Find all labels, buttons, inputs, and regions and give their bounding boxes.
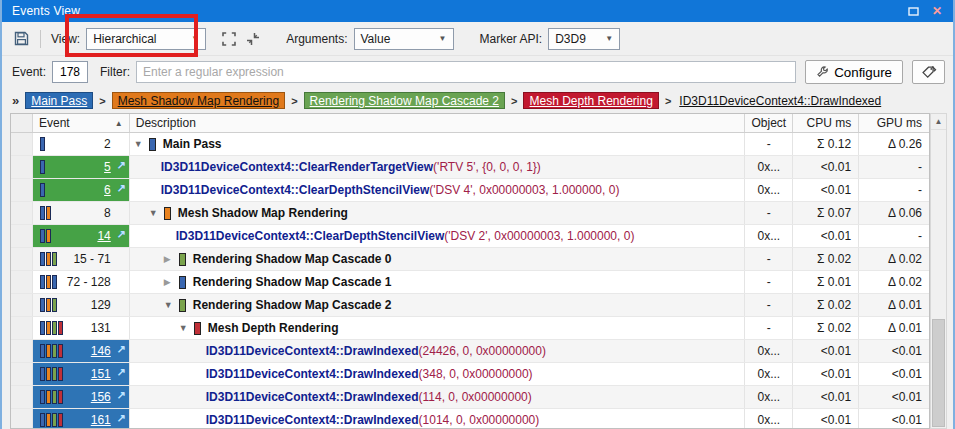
group-label: Rendering Shadow Map Cascade 1 [193,275,392,289]
event-number-input[interactable] [52,61,88,83]
event-link[interactable]: 146 [91,344,111,358]
column-header-description[interactable]: Description [130,114,746,132]
table-row[interactable]: 8▼Mesh Shadow Map Rendering-Σ 0.07Δ 0.06 [11,202,929,225]
api-call-name: ID3D11DeviceContext4::ClearRenderTargetV… [161,160,433,174]
expand-row-icon[interactable]: ▶ [164,254,177,264]
collapse-row-icon[interactable]: ▼ [179,323,192,333]
close-icon: ✕ [932,4,942,18]
collapse-row-icon[interactable]: ▼ [134,139,147,149]
event-cell[interactable]: 131 [33,317,130,339]
view-label: View: [51,32,80,46]
event-link[interactable]: 14 [97,229,110,243]
vertical-scrollbar[interactable]: ▲ [930,113,947,429]
table-row[interactable]: 6↗ID3D11DeviceContext4::ClearDepthStenci… [11,179,929,202]
range-marker-blue-icon [149,138,156,151]
description-cell: ID3D11DeviceContext4::DrawIndexed(348, 0… [130,363,746,385]
table-body: 2▼Main Pass-Σ 0.12Δ 0.265↗ID3D11DeviceCo… [11,133,929,429]
event-link[interactable]: 5 [104,160,111,174]
group-label: Rendering Shadow Map Cascade 2 [193,298,392,312]
breadcrumb-expand-icon[interactable]: » [12,93,19,108]
gpu-ms-cell: <0.01 [859,340,929,362]
scrollbar-thumb[interactable] [932,319,945,427]
row-gutter [11,294,33,316]
range-marker-orange-icon [164,207,171,220]
goto-event-icon: ↗ [117,182,126,195]
filter-input[interactable] [136,61,796,83]
cpu-ms-cell: <0.01 [793,409,859,429]
event-link[interactable]: 161 [91,413,111,427]
color-bar-orange-icon [46,275,51,289]
event-cell[interactable]: 161↗ [33,409,130,429]
breadcrumb-item[interactable]: Main Pass [25,92,93,109]
scroll-up-arrow-icon[interactable]: ▲ [931,114,946,130]
table-row[interactable]: 15 - 71▶Rendering Shadow Map Cascade 0-Σ… [11,248,929,271]
description-cell: ▶Rendering Shadow Map Cascade 1 [130,271,746,293]
color-bar-orange-icon [46,298,51,312]
save-button[interactable] [10,28,32,50]
table-row[interactable]: 14↗ID3D11DeviceContext4::ClearDepthStenc… [11,225,929,248]
breadcrumb-separator-icon: > [665,95,671,107]
event-color-bars-icon [40,160,45,174]
event-cell[interactable]: 129 [33,294,130,316]
close-button[interactable]: ✕ [927,3,947,19]
collapse-row-icon[interactable]: ▼ [149,208,162,218]
view-mode-select[interactable]: Hierarchical ▼ [86,28,206,50]
event-cell[interactable]: 156↗ [33,386,130,408]
breadcrumb-item[interactable]: Mesh Depth Rendering [523,92,658,109]
event-cell[interactable]: 5↗ [33,156,130,178]
event-cell[interactable]: 6↗ [33,179,130,201]
event-color-bars-icon [40,206,51,220]
event-cell[interactable]: 72 - 128 [33,271,130,293]
configure-button[interactable]: Configure [805,60,903,84]
api-call-arguments: ('DSV 4', 0x00000003, 1.000000, 0) [429,183,619,197]
expand-all-button[interactable] [218,28,240,50]
collapse-row-icon[interactable]: ▼ [164,300,177,310]
object-cell: 0x... [745,156,793,178]
object-cell: 0x... [745,386,793,408]
table-row[interactable]: 161↗ID3D11DeviceContext4::DrawIndexed(10… [11,409,929,429]
table-row[interactable]: 131▼Mesh Depth Rendering-Σ 0.02Δ 0.01 [11,317,929,340]
column-header-cpu[interactable]: CPU ms [793,114,859,132]
table-row[interactable]: 129▼Rendering Shadow Map Cascade 2-Σ 0.0… [11,294,929,317]
event-link[interactable]: 6 [104,183,111,197]
event-cell[interactable]: 151↗ [33,363,130,385]
event-number: 129 [91,298,111,312]
api-call-name: ID3D11DeviceContext4::DrawIndexed [206,413,419,427]
maximize-button[interactable] [903,3,923,19]
table-row[interactable]: 5↗ID3D11DeviceContext4::ClearRenderTarge… [11,156,929,179]
object-cell: - [745,271,793,293]
event-cell[interactable]: 14↗ [33,225,130,247]
arguments-select[interactable]: Value ▼ [354,28,454,50]
table-row[interactable]: 151↗ID3D11DeviceContext4::DrawIndexed(34… [11,363,929,386]
api-call-arguments: (24426, 0, 0x00000000) [419,344,546,358]
table-row[interactable]: 72 - 128▶Rendering Shadow Map Cascade 1-… [11,271,929,294]
marker-api-select[interactable]: D3D9 ▼ [548,28,620,50]
event-color-bars-icon [40,252,57,266]
event-color-bars-icon [40,275,57,289]
api-call-arguments: (114, 0, 0x00000000) [419,390,532,404]
breadcrumb-item[interactable]: Rendering Shadow Map Cascade 2 [304,92,505,109]
breadcrumb-item[interactable]: Mesh Shadow Map Rendering [112,92,285,109]
event-cell[interactable]: 146↗ [33,340,130,362]
arguments-value: Value [361,32,391,46]
expand-row-icon[interactable]: ▶ [164,277,177,287]
tags-button[interactable] [912,60,945,84]
cpu-ms-cell: <0.01 [793,156,859,178]
row-gutter [11,340,33,362]
breadcrumb-item[interactable]: ID3D11DeviceContext4::DrawIndexed [677,92,883,109]
object-cell: 0x... [745,225,793,247]
save-icon [14,31,29,46]
color-bar-blue-icon [40,137,45,151]
table-row[interactable]: 146↗ID3D11DeviceContext4::DrawIndexed(24… [11,340,929,363]
column-header-event[interactable]: Event ▲ [33,114,130,132]
event-cell[interactable]: 8 [33,202,130,224]
event-cell[interactable]: 15 - 71 [33,248,130,270]
event-cell[interactable]: 2 [33,133,130,155]
table-row[interactable]: 2▼Main Pass-Σ 0.12Δ 0.26 [11,133,929,156]
column-header-gpu[interactable]: GPU ms [859,114,929,132]
event-link[interactable]: 151 [91,367,111,381]
column-header-object[interactable]: Object [745,114,793,132]
event-link[interactable]: 156 [91,390,111,404]
collapse-all-button[interactable] [242,28,264,50]
table-row[interactable]: 156↗ID3D11DeviceContext4::DrawIndexed(11… [11,386,929,409]
